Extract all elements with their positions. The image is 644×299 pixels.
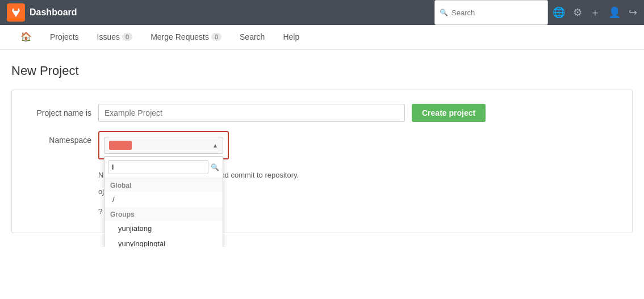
namespace-row: Namespace ▲ 🔍 (23, 131, 621, 159)
namespace-selected-value (109, 141, 132, 150)
namespace-label: Namespace (23, 131, 91, 145)
gear-icon[interactable]: ⚙ (573, 6, 582, 19)
nav-projects[interactable]: Projects (41, 26, 88, 49)
project-name-row: Project name is Create project (23, 104, 621, 122)
secondary-nav: 🏠 Projects Issues 0 Merge Requests 0 Sea… (0, 25, 644, 50)
dropdown-body: Global / Groups yunjiatong yunyingpingta… (104, 178, 223, 247)
namespace-select-wrapper: ▲ 🔍 Global / Groups (104, 137, 223, 154)
user-icon[interactable]: 👤 (608, 6, 621, 19)
global-search-box[interactable]: 🔍 (434, 0, 548, 25)
create-project-button[interactable]: Create project (412, 104, 486, 122)
logo-icon (7, 3, 25, 22)
app-title: Dashboard (30, 7, 77, 18)
dropdown-global-label: Global (104, 178, 223, 192)
main-content: New Project Project name is Create proje… (0, 50, 644, 247)
nav-search[interactable]: Search (231, 26, 274, 49)
issues-badge: 0 (122, 33, 132, 41)
dropdown-search-icon: 🔍 (211, 163, 219, 171)
chevron-up-icon: ▲ (212, 142, 218, 149)
plus-icon[interactable]: ＋ (590, 6, 600, 19)
page-title: New Project (11, 64, 633, 78)
top-nav: Dashboard 🔍 🌐 ⚙ ＋ 👤 ↪ (0, 0, 644, 25)
home-icon: 🏠 (20, 31, 32, 42)
global-search-input[interactable] (451, 9, 543, 17)
top-nav-icons: 🌐 ⚙ ＋ 👤 ↪ (553, 6, 637, 19)
nav-help[interactable]: Help (274, 26, 308, 49)
namespace-selected-icon (109, 141, 132, 150)
logo-area[interactable]: Dashboard (7, 3, 77, 22)
namespace-select-trigger[interactable]: ▲ (104, 137, 223, 154)
dropdown-global-item[interactable]: / (104, 192, 223, 207)
namespace-dropdown: 🔍 Global / Groups yunjiatong yunyingping… (104, 156, 223, 247)
globe-icon[interactable]: 🌐 (553, 6, 565, 19)
project-name-label: Project name is (23, 104, 91, 117)
dropdown-group-yunjiatong[interactable]: yunjiatong (104, 221, 223, 236)
nav-merge-requests-label: Merge Requests (150, 32, 209, 41)
search-icon: 🔍 (440, 9, 448, 16)
dropdown-groups-label: Groups (104, 207, 223, 221)
nav-search-label: Search (240, 32, 265, 41)
merge-requests-badge: 0 (211, 33, 221, 41)
nav-projects-label: Projects (50, 32, 79, 41)
nav-merge-requests[interactable]: Merge Requests 0 (141, 26, 231, 49)
dropdown-search-area: 🔍 (104, 157, 223, 178)
new-project-form: Project name is Create project Namespace… (11, 90, 633, 233)
info-text-3: ? (98, 207, 102, 216)
nav-home[interactable]: 🏠 (11, 24, 41, 50)
nav-issues[interactable]: Issues 0 (88, 26, 142, 49)
nav-issues-label: Issues (97, 32, 120, 41)
dropdown-group-yunyingpingtai[interactable]: yunyingpingtai (104, 236, 223, 247)
dropdown-search-input[interactable] (108, 160, 208, 174)
project-name-input[interactable] (98, 104, 405, 122)
signout-icon[interactable]: ↪ (629, 6, 637, 19)
nav-help-label: Help (283, 32, 299, 41)
namespace-container: ▲ 🔍 Global / Groups (98, 131, 229, 159)
